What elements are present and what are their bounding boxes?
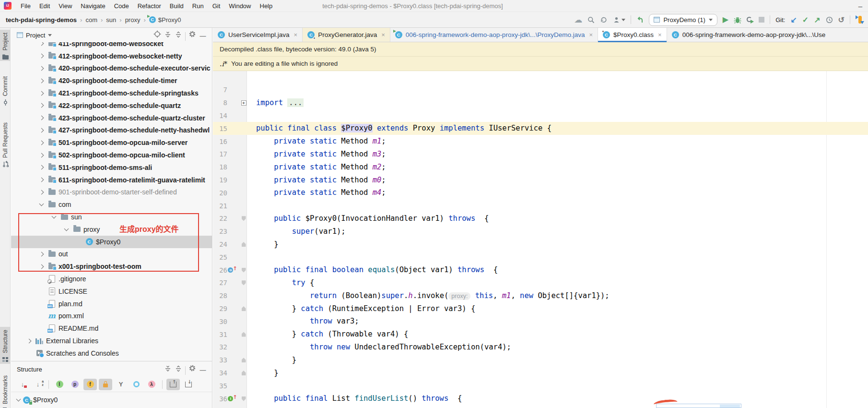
- menu-item-view[interactable]: View: [54, 2, 76, 10]
- chevron-right-icon[interactable]: [39, 153, 44, 157]
- chevron-right-icon[interactable]: [39, 91, 44, 96]
- tree-item-com[interactable]: com: [11, 198, 212, 211]
- autoscroll-to-source-button[interactable]: ↓: [182, 379, 195, 390]
- implement-gutter-icon[interactable]: I↑: [228, 396, 237, 401]
- tree-item-external-libraries[interactable]: External Libraries: [11, 335, 212, 347]
- fold-close-icon[interactable]: [242, 242, 246, 247]
- tree-item-412-springboot-demo-websocket-netty[interactable]: 412-springboot-demo-websocket-netty: [11, 50, 212, 62]
- chevron-right-icon[interactable]: [39, 252, 44, 256]
- chevron-down-icon[interactable]: [64, 226, 69, 231]
- chevron-down-icon[interactable]: [39, 202, 44, 206]
- chevron-down-icon[interactable]: [48, 34, 52, 36]
- chevron-right-icon[interactable]: [39, 103, 44, 108]
- show-inherited-button[interactable]: I: [53, 379, 66, 390]
- show-lambdas-button[interactable]: λ: [145, 379, 158, 390]
- fold-expand-icon[interactable]: +: [241, 100, 246, 106]
- cloud-icon[interactable]: ☁: [574, 15, 582, 25]
- navigate-back-icon[interactable]: [636, 16, 644, 24]
- tree-item-420-springboot-demo-schedule-executor-servic[interactable]: 420-springboot-demo-schedule-executor-se…: [11, 62, 212, 75]
- chevron-right-icon[interactable]: [39, 190, 44, 195]
- expand-all-icon[interactable]: [163, 29, 173, 40]
- tab-proxy0-class[interactable]: C $Proxy0.class ×: [598, 28, 667, 42]
- search-everywhere-icon[interactable]: [587, 16, 595, 24]
- plugin-icon[interactable]: [856, 15, 864, 24]
- menu-item-file[interactable]: File: [16, 2, 35, 10]
- menu-item-code[interactable]: Code: [110, 2, 133, 10]
- autoscroll-from-source-button[interactable]: ↑: [166, 379, 180, 390]
- sync-icon[interactable]: [600, 16, 608, 24]
- git-rollback-icon[interactable]: ↺: [838, 15, 845, 24]
- fold-open-icon[interactable]: [242, 396, 246, 401]
- tree-item-proxy[interactable]: proxy: [11, 223, 212, 236]
- tree-item-501-springboot-demo-opcua-milo-server[interactable]: 501-springboot-demo-opcua-milo-server: [11, 136, 212, 149]
- chevron-down-icon[interactable]: [16, 397, 21, 402]
- breadcrumb-segment-com[interactable]: com: [85, 16, 97, 24]
- chevron-right-icon[interactable]: [39, 78, 44, 83]
- chevron-right-icon[interactable]: [39, 165, 44, 170]
- close-icon[interactable]: ×: [294, 31, 298, 38]
- stripe-item-commit[interactable]: Commit: [0, 73, 11, 107]
- fold-open-icon[interactable]: [242, 268, 246, 273]
- close-icon[interactable]: ×: [589, 31, 593, 38]
- tree-item-421-springboot-demo-schedule-springtasks[interactable]: 421-springboot-demo-schedule-springtasks: [11, 87, 212, 99]
- chevron-right-icon[interactable]: [39, 54, 44, 59]
- hide-panel-icon[interactable]: —: [198, 31, 208, 41]
- stop-button[interactable]: [759, 17, 764, 23]
- git-update-icon[interactable]: ↙: [790, 15, 797, 24]
- user-profile-icon[interactable]: [613, 16, 625, 24]
- tree-item-scratches-and-consoles[interactable]: Scratches and Consoles: [11, 347, 212, 360]
- structure-root-node[interactable]: C $Proxy0: [11, 396, 212, 404]
- run-with-coverage-button[interactable]: [747, 16, 753, 23]
- tree-item-gitignore[interactable]: .gitignore: [11, 273, 212, 285]
- stripe-item-structure[interactable]: Structure: [0, 327, 11, 364]
- tree-item-sun[interactable]: sun: [11, 211, 212, 223]
- code-editor[interactable]: 7 8 + import ... 14 15 public final clas…: [213, 71, 868, 408]
- tree-item-readme-md[interactable]: README.md: [11, 322, 212, 335]
- debug-button[interactable]: [734, 16, 741, 24]
- tree-item-427-springboot-demo-schedule-netty-hashedwl[interactable]: 427-springboot-demo-schedule-netty-hashe…: [11, 124, 212, 137]
- tree-item-plan-md[interactable]: plan.md: [11, 298, 212, 310]
- tree-item-423-springboot-demo-schedule-quartz-cluster[interactable]: 423-springboot-demo-schedule-quartz-clus…: [11, 112, 212, 124]
- menu-item-help[interactable]: Help: [256, 2, 277, 10]
- close-icon[interactable]: ×: [381, 31, 385, 38]
- breadcrumb-segment-proxy[interactable]: proxy: [125, 16, 141, 24]
- fold-close-icon[interactable]: [242, 358, 246, 362]
- collapse-all-icon[interactable]: [173, 29, 184, 40]
- sort-by-visibility-button[interactable]: ↓: [16, 379, 29, 390]
- expand-all-icon[interactable]: [163, 363, 173, 374]
- show-non-public-button[interactable]: [99, 379, 112, 390]
- tree-item-411-springboot-demo-websocket[interactable]: 411-springboot-demo-websocket: [11, 42, 212, 50]
- minimize-button[interactable]: –: [858, 2, 862, 10]
- tree-item-511-springboot-demo-sms-ali[interactable]: 511-springboot-demo-sms-ali: [11, 161, 212, 174]
- gear-icon[interactable]: [187, 29, 198, 39]
- menu-item-refactor[interactable]: Refactor: [133, 2, 165, 10]
- chevron-right-icon[interactable]: [39, 42, 44, 46]
- breadcrumb-leaf[interactable]: C$Proxy0: [149, 16, 181, 24]
- fold-open-icon[interactable]: [242, 216, 246, 221]
- tree-item-611-springboot-demo-ratelimit-guava-ratelimit[interactable]: 611-springboot-demo-ratelimit-guava-rate…: [11, 174, 212, 186]
- menu-item-edit[interactable]: Edit: [35, 2, 54, 10]
- breadcrumb-root[interactable]: tech-pdai-spring-demos: [6, 16, 77, 24]
- tree-item-license[interactable]: LICENSE: [11, 285, 212, 298]
- fold-close-icon[interactable]: [242, 371, 246, 375]
- chevron-right-icon[interactable]: [39, 178, 44, 182]
- git-commit-icon[interactable]: ✓: [802, 15, 809, 24]
- breadcrumb-segment-sun[interactable]: sun: [106, 16, 116, 24]
- tree-item-901-sprinboot-demo-starter-self-defined[interactable]: 901-sprinboot-demo-starter-self-defined: [11, 186, 212, 199]
- menu-item-window[interactable]: Window: [224, 2, 255, 10]
- sort-alphabetically-button[interactable]: ↓az: [31, 379, 45, 390]
- git-history-icon[interactable]: [826, 16, 833, 24]
- tree-item-pom-xml[interactable]: m pom.xml: [11, 310, 212, 323]
- group-methods-button[interactable]: Y: [114, 379, 128, 390]
- run-configuration-select[interactable]: ProxyDemo (1): [649, 14, 717, 26]
- stripe-item-bookmarks[interactable]: Bookmarks: [0, 372, 11, 408]
- show-fields-button[interactable]: f: [83, 379, 97, 390]
- chevron-right-icon[interactable]: [39, 116, 44, 120]
- gear-icon[interactable]: [187, 363, 198, 373]
- chevron-right-icon[interactable]: [39, 128, 44, 133]
- tab-userserviceimpl-java[interactable]: C UserServiceImpl.java ×: [213, 28, 303, 42]
- run-button[interactable]: ▶: [723, 16, 728, 24]
- tree-item-502-springboot-demo-opcua-milo-client[interactable]: 502-springboot-demo-opcua-milo-client: [11, 149, 212, 161]
- menu-item-navigate[interactable]: Navigate: [76, 2, 109, 10]
- chevron-right-icon[interactable]: [39, 140, 44, 145]
